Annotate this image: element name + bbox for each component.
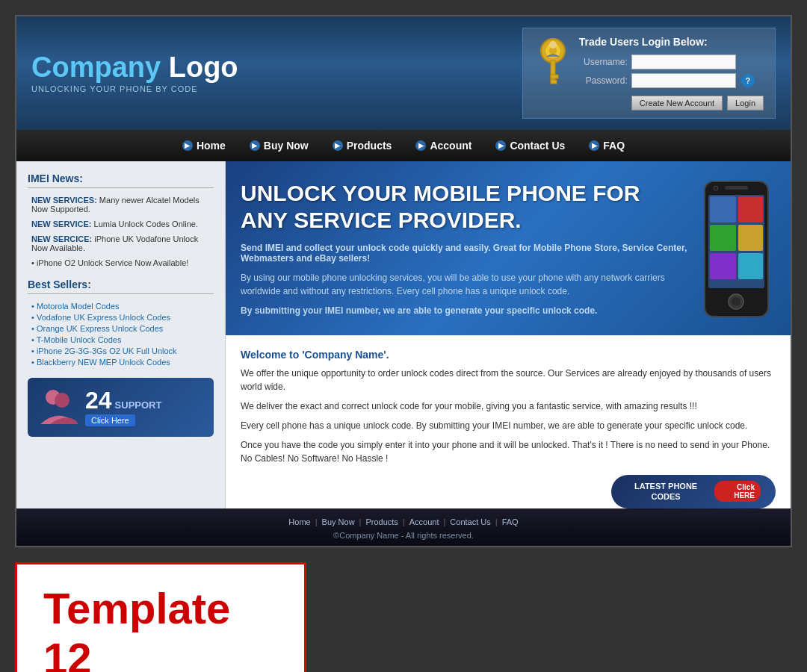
svg-point-20	[714, 186, 718, 190]
logo-text: Company Logo	[31, 53, 238, 81]
list-item[interactable]: iPhone 2G-3G-3Gs O2 UK Full Unlock	[28, 346, 214, 355]
create-account-button[interactable]: Create New Account	[631, 96, 723, 111]
svg-rect-19	[725, 186, 748, 190]
nav-arrow-account: ▶	[415, 140, 426, 151]
header: Company Logo UNLOCKING YOUR PHONE BY COD…	[16, 16, 791, 130]
svg-rect-13	[710, 225, 736, 251]
news-item-3: NEW SERCICE: iPhone UK Vodafone Unlock N…	[28, 234, 214, 252]
bestsellers-list: Motorola Model Codes Vodafone UK Express…	[28, 302, 214, 367]
footer-copyright: ©Company Name - All rights reserved.	[16, 531, 791, 540]
footer-link-contact[interactable]: Contact Us	[450, 517, 490, 526]
logo-highlight: Company	[31, 52, 161, 83]
svg-rect-12	[738, 196, 763, 223]
list-item[interactable]: T-Mobile Unlock Codes	[28, 335, 214, 344]
footer-sep-5: |	[495, 517, 498, 526]
support-label: SUPPORT	[115, 399, 162, 411]
sidebar: IMEI News: NEW SERVICES: Many newer Alca…	[16, 161, 226, 508]
nav-arrow-buynow: ▶	[250, 140, 260, 151]
nav-buy-now[interactable]: ▶ Buy Now	[238, 140, 321, 152]
key-icon	[534, 36, 572, 88]
login-buttons: Create New Account Login	[631, 96, 764, 111]
svg-rect-11	[710, 196, 736, 223]
footer-link-buynow[interactable]: Buy Now	[322, 517, 355, 526]
footer-sep-4: |	[443, 517, 445, 526]
password-label: Password:	[579, 75, 628, 86]
footer-link-products[interactable]: Products	[365, 517, 398, 526]
footer-link-faq[interactable]: FAQ	[502, 517, 519, 526]
username-row: Username:	[579, 55, 764, 69]
news-title: IMEI News:	[28, 172, 214, 188]
help-icon[interactable]: ?	[741, 74, 755, 87]
username-label: Username:	[579, 57, 628, 67]
username-input[interactable]	[631, 55, 736, 69]
main-content: IMEI News: NEW SERVICES: Many newer Alca…	[16, 161, 791, 508]
welcome-para-2: We deliver the exact and correct unlock …	[241, 399, 776, 413]
latest-codes-click[interactable]: Click HERE	[714, 481, 761, 502]
nav-home[interactable]: ▶ Home	[170, 140, 238, 152]
svg-rect-4	[551, 75, 558, 78]
support-banner[interactable]: 24 SUPPORT Click Here	[28, 378, 214, 437]
news-item-1: NEW SERVICES: Many newer Alcatel Models …	[28, 196, 214, 214]
list-item[interactable]: Motorola Model Codes	[28, 302, 214, 311]
footer-sep-1: |	[315, 517, 318, 526]
welcome-section: Welcome to 'Company Name'. We offer the …	[226, 335, 791, 492]
welcome-para-3: Every cell phone has a unique unlock cod…	[241, 419, 776, 432]
svg-rect-14	[738, 225, 763, 251]
template-number: Template 12	[43, 584, 230, 672]
nav-arrow-home: ▶	[182, 140, 193, 151]
footer: Home | Buy Now | Products | Account | Co…	[16, 508, 791, 546]
hero-body: By using our mobile phone unlocking serv…	[241, 271, 690, 298]
list-item[interactable]: Orange UK Express Unlock Codes	[28, 324, 214, 333]
nav-arrow-products: ▶	[333, 140, 343, 151]
content-area: UNLOCK YOUR MOBILE PHONE FOR ANY SERVICE…	[226, 161, 791, 508]
hero-footer: By submitting your IMEI number, we are a…	[241, 305, 690, 316]
nav-products[interactable]: ▶ Products	[321, 140, 404, 152]
nav-contact-us[interactable]: ▶ Contact Us	[483, 140, 577, 152]
support-number: 24	[85, 388, 112, 412]
footer-sep-2: |	[359, 517, 362, 526]
support-text: 24 SUPPORT Click Here	[85, 388, 161, 426]
hero-subtitle: Send IMEI and collect your unlock code q…	[241, 243, 690, 264]
support-icon	[37, 387, 78, 428]
svg-rect-15	[710, 253, 736, 279]
welcome-para-1: We offer the unique opportunity to order…	[241, 367, 776, 393]
nav-bar: ▶ Home ▶ Buy Now ▶ Products ▶ Account ▶ …	[16, 130, 791, 161]
news-item-2: NEW SERVICE: Lumia Unlock Codes Online.	[28, 220, 214, 228]
latest-codes-text: LATEST PHONE CODES	[626, 481, 705, 503]
list-item[interactable]: Blackberry NEW MEP Unlock Codes	[28, 358, 214, 367]
nav-arrow-contact: ▶	[495, 140, 506, 151]
nav-arrow-faq: ▶	[589, 140, 599, 151]
footer-link-account[interactable]: Account	[409, 517, 439, 526]
trade-title: Trade Users Login Below:	[579, 36, 764, 48]
svg-point-8	[55, 393, 69, 408]
latest-codes-banner[interactable]: LATEST PHONE CODES Click HERE	[611, 475, 776, 508]
hero-phone-image	[701, 180, 776, 320]
password-input[interactable]	[631, 73, 736, 88]
logo-tagline: UNLOCKING YOUR PHONE BY CODE	[31, 84, 238, 93]
news-item-4: • iPhone O2 Unlock Service Now Available…	[28, 258, 214, 267]
logo-area: Company Logo UNLOCKING YOUR PHONE BY COD…	[31, 53, 238, 93]
hero-banner: UNLOCK YOUR MOBILE PHONE FOR ANY SERVICE…	[226, 161, 791, 335]
list-item[interactable]: Vodafone UK Express Unlock Codes	[28, 313, 214, 322]
hero-title: UNLOCK YOUR MOBILE PHONE FOR ANY SERVICE…	[241, 180, 690, 234]
logo-word: Logo	[169, 52, 238, 83]
welcome-title: Welcome to 'Company Name'.	[241, 349, 776, 361]
hero-text: UNLOCK YOUR MOBILE PHONE FOR ANY SERVICE…	[241, 180, 690, 316]
nav-faq[interactable]: ▶ FAQ	[577, 140, 637, 152]
main-wrapper: Company Logo UNLOCKING YOUR PHONE BY COD…	[15, 15, 792, 547]
password-row: Password: ?	[579, 73, 764, 88]
bestsellers-title: Best Sellers:	[28, 279, 214, 294]
svg-rect-5	[551, 80, 557, 84]
svg-point-18	[731, 296, 741, 307]
login-button[interactable]: Login	[727, 96, 764, 111]
nav-account[interactable]: ▶ Account	[404, 140, 483, 152]
svg-rect-16	[738, 253, 763, 279]
svg-point-6	[549, 41, 557, 49]
welcome-para-4: Once you have the code you simply enter …	[241, 438, 776, 465]
footer-sep-3: |	[403, 517, 405, 526]
support-click-label: Click Here	[85, 414, 135, 426]
footer-link-home[interactable]: Home	[288, 517, 310, 526]
footer-nav: Home | Buy Now | Products | Account | Co…	[16, 517, 791, 526]
login-form-area: Trade Users Login Below: Username: Passw…	[579, 36, 764, 111]
news-section: NEW SERVICES: Many newer Alcatel Models …	[28, 196, 214, 267]
